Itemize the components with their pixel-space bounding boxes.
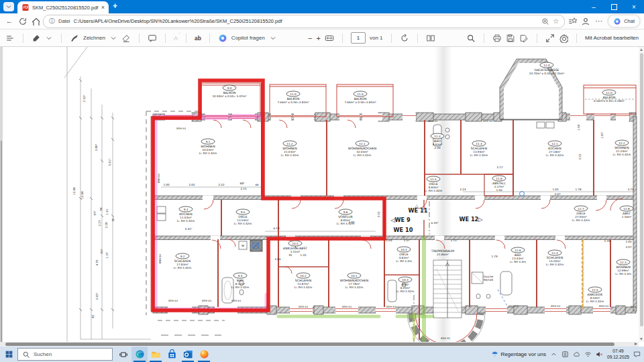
copilot-icon[interactable] bbox=[218, 34, 227, 43]
url-field[interactable]: ⓘ Datei C:/Users/APL4/OneDrive/Desktop/S… bbox=[43, 15, 565, 28]
tab-close-icon[interactable]: × bbox=[101, 5, 105, 11]
draw-label[interactable]: Zeichnen bbox=[83, 35, 105, 41]
back-button[interactable]: ← bbox=[4, 17, 15, 25]
favorite-star-icon[interactable]: ☆ bbox=[553, 18, 559, 25]
scroll-right-arrow[interactable] bbox=[635, 343, 637, 345]
svg-text:Li. RH 3.42m: Li. RH 3.42m bbox=[199, 152, 217, 155]
outlook-icon bbox=[183, 349, 193, 359]
draw-pen-icon[interactable] bbox=[70, 34, 79, 43]
read-aloud-icon[interactable]: ab bbox=[195, 35, 201, 42]
gear-icon[interactable] bbox=[559, 34, 568, 43]
svg-text:12.5: 12.5 bbox=[592, 288, 598, 292]
taskbar-firefox-button[interactable] bbox=[196, 347, 212, 362]
settings-menu-button[interactable]: ⋯ bbox=[594, 17, 604, 25]
home-button[interactable] bbox=[31, 17, 40, 25]
info-icon[interactable]: ⓘ bbox=[49, 17, 55, 25]
taskbar-clock[interactable]: 07:49 09.12.2025 bbox=[607, 349, 629, 360]
toc-menu-icon[interactable] bbox=[5, 34, 15, 43]
windows-taskbar: Suchen ☂ Regentage vor uns 07:49 09.12.2… bbox=[0, 347, 644, 362]
svg-text:Li. RH 3.42m: Li. RH 3.42m bbox=[396, 290, 414, 293]
two-page-view-icon[interactable] bbox=[426, 34, 435, 43]
scroll-down-arrow[interactable] bbox=[640, 338, 643, 341]
pdf-page[interactable]: 1.002.022.2288⁵662.154.41⁵6.193.902.0691… bbox=[0, 47, 639, 347]
divider bbox=[391, 34, 392, 43]
save-icon[interactable] bbox=[506, 34, 515, 43]
horizontal-scrollbar[interactable] bbox=[0, 342, 639, 347]
svg-text:50: 50 bbox=[111, 218, 115, 222]
rotate-icon[interactable] bbox=[400, 34, 409, 43]
svg-text:12.2: 12.2 bbox=[619, 141, 625, 145]
taskbar-edge-button[interactable] bbox=[131, 347, 148, 362]
page-zoom-icon[interactable] bbox=[541, 17, 549, 25]
svg-text:Li. RH 3.42m: Li. RH 3.42m bbox=[231, 286, 249, 289]
zoom-out-button[interactable]: − bbox=[308, 34, 312, 42]
add-text-icon[interactable]: A bbox=[174, 35, 178, 42]
divider bbox=[537, 34, 537, 43]
copilot-ask-label[interactable]: Copilot fragen bbox=[231, 35, 265, 41]
copilot-chat-button[interactable]: Chat bbox=[608, 15, 640, 27]
chevron-down-icon[interactable] bbox=[45, 34, 53, 42]
fit-width-icon[interactable] bbox=[325, 34, 334, 43]
highlighter-icon[interactable] bbox=[32, 34, 41, 43]
svg-text:94: 94 bbox=[99, 207, 103, 211]
fullscreen-icon[interactable] bbox=[545, 34, 555, 43]
new-tab-button[interactable]: + bbox=[113, 1, 117, 11]
volume-muted-icon[interactable] bbox=[596, 351, 603, 358]
search-icon[interactable] bbox=[466, 34, 476, 43]
chevron-down-icon bbox=[5, 3, 13, 11]
system-tray: ☂ Regentage vor uns 07:49 09.12.2025 bbox=[492, 349, 644, 360]
svg-text:Li. RH 3.42m: Li. RH 3.42m bbox=[337, 222, 354, 225]
svg-text:2.02: 2.02 bbox=[189, 183, 195, 186]
vertical-scroll-thumb[interactable] bbox=[640, 53, 643, 326]
weather-widget[interactable]: ☂ Regentage vor uns bbox=[492, 351, 546, 358]
active-tab[interactable]: SKM_C250i25120815520.pdf × bbox=[17, 1, 109, 13]
chevron-down-icon[interactable] bbox=[269, 34, 277, 42]
search-placeholder: Suchen bbox=[34, 351, 52, 357]
taskbar-search-box[interactable]: Suchen bbox=[17, 348, 113, 361]
taskbar-store-button[interactable] bbox=[164, 347, 180, 362]
svg-text:9.3: 9.3 bbox=[184, 208, 189, 211]
minimize-button[interactable]: – bbox=[584, 0, 604, 13]
maximize-button[interactable] bbox=[604, 0, 624, 13]
svg-text:12.7: 12.7 bbox=[578, 207, 584, 210]
divider bbox=[139, 34, 140, 43]
svg-text:7.66m² x 0.50=3.83m²: 7.66m² x 0.50=3.83m² bbox=[277, 101, 309, 104]
refresh-button[interactable] bbox=[18, 17, 28, 26]
svg-text:11.0: 11.0 bbox=[357, 93, 364, 96]
svg-text:97⁵: 97⁵ bbox=[93, 210, 97, 215]
chevron-down-icon[interactable] bbox=[109, 34, 117, 42]
eraser-icon[interactable] bbox=[121, 34, 131, 43]
svg-text:BRH: BRH bbox=[631, 305, 636, 308]
tab-search-button[interactable] bbox=[3, 2, 14, 11]
svg-text:1.00: 1.00 bbox=[577, 124, 580, 131]
taskbar-explorer-button[interactable] bbox=[148, 347, 164, 362]
start-button[interactable] bbox=[0, 347, 17, 362]
acrobat-edit-button[interactable]: Mit Acrobat bearbeiten bbox=[585, 35, 639, 41]
svg-text:2.06: 2.06 bbox=[274, 257, 281, 261]
favorites-bar-icon[interactable] bbox=[568, 17, 578, 26]
close-button[interactable]: × bbox=[624, 0, 644, 13]
profile-avatar-icon[interactable] bbox=[581, 17, 590, 26]
divider bbox=[417, 34, 418, 43]
network-icon[interactable] bbox=[584, 351, 592, 358]
folder-icon bbox=[151, 349, 161, 359]
horizontal-scroll-thumb[interactable] bbox=[5, 343, 614, 346]
hidden-icons-caret[interactable] bbox=[550, 351, 557, 358]
divider bbox=[484, 34, 484, 43]
svg-text:Li. RH 3.42m: Li. RH 3.42m bbox=[354, 154, 371, 157]
scroll-up-arrow[interactable] bbox=[640, 48, 643, 51]
notification-center-icon[interactable] bbox=[633, 351, 641, 358]
text-note-icon[interactable] bbox=[148, 34, 157, 43]
zoom-in-button[interactable]: + bbox=[317, 34, 321, 42]
svg-text:Li. RH 3.4m: Li. RH 3.4m bbox=[510, 260, 526, 263]
svg-text:12.0: 12.0 bbox=[543, 64, 550, 67]
svg-text:9.0: 9.0 bbox=[227, 86, 232, 90]
taskbar-outlook-button[interactable] bbox=[180, 347, 196, 362]
tray-app-icon[interactable] bbox=[561, 351, 569, 358]
task-view-button[interactable] bbox=[115, 347, 131, 362]
print-icon[interactable] bbox=[492, 34, 502, 43]
vertical-scrollbar[interactable] bbox=[639, 47, 644, 342]
page-number-input[interactable]: 1 bbox=[351, 32, 366, 44]
onedrive-cloud-icon[interactable] bbox=[573, 351, 580, 358]
save-as-icon[interactable] bbox=[519, 34, 529, 43]
